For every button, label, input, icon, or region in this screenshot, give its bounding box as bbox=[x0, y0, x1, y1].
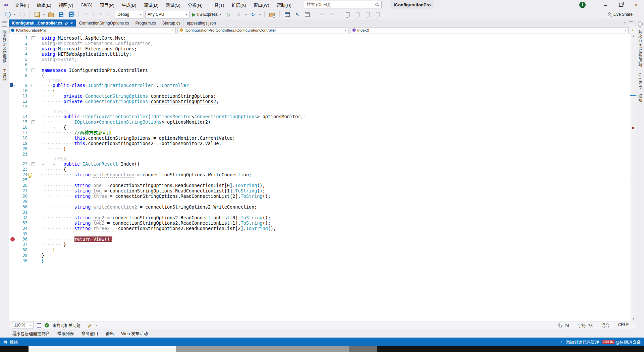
lightbulb-icon[interactable] bbox=[28, 173, 32, 177]
decrease-indent-button[interactable] bbox=[318, 11, 327, 18]
menu-item-4[interactable]: Git(G) bbox=[77, 0, 96, 9]
document-outline-button[interactable] bbox=[303, 11, 312, 18]
close-icon[interactable]: × bbox=[70, 21, 73, 25]
solution-platform-select[interactable]: Any CPU▾ bbox=[145, 11, 190, 18]
code-line[interactable]: 6 bbox=[9, 62, 631, 68]
menu-item-3[interactable]: 视图(V) bbox=[55, 0, 77, 9]
document-tab[interactable]: IConfigurati...Controller.cs× bbox=[9, 19, 76, 27]
code-line[interactable]: 35 bbox=[9, 231, 631, 236]
code-line[interactable]: 7namespace·IConfigurationPro.Controllers bbox=[9, 68, 631, 73]
navigate-back-button[interactable]: ← bbox=[3, 11, 12, 18]
codelens-references[interactable]: 0 个引用 bbox=[9, 109, 631, 114]
breakpoint-icon[interactable] bbox=[10, 237, 15, 241]
search-input[interactable] bbox=[306, 2, 375, 7]
redo-button[interactable]: ↷ bbox=[96, 11, 105, 18]
float-window-icon[interactable] bbox=[629, 21, 633, 25]
menu-item-5[interactable]: 项目(P) bbox=[96, 0, 118, 9]
code-line[interactable]: 9····public·class·IConfigurationControll… bbox=[9, 83, 631, 88]
code-line[interactable]: 38····} bbox=[9, 247, 631, 253]
menu-item-2[interactable]: 编辑(E) bbox=[33, 0, 55, 9]
code-line[interactable]: 33············string·two2·=·connectionSt… bbox=[9, 220, 631, 226]
code-line[interactable]: 13 bbox=[9, 104, 631, 109]
collapse-icon[interactable] bbox=[32, 69, 35, 72]
code-line[interactable]: 31 bbox=[9, 210, 631, 215]
code-line[interactable]: 25 bbox=[9, 177, 631, 183]
new-project-dropdown-icon[interactable]: ▾ bbox=[43, 13, 45, 16]
previous-bookmark-button[interactable] bbox=[353, 11, 362, 18]
code-line[interactable]: 12········private·ConnectionStringOption… bbox=[9, 99, 631, 104]
code-editor[interactable]: 1using·Microsoft.AspNetCore.Mvc;2using·M… bbox=[9, 34, 636, 321]
start-without-debugging-button[interactable]: ▷ bbox=[224, 11, 233, 18]
code-line[interactable]: 34············string·three2·=·connection… bbox=[9, 226, 631, 231]
hot-reload-button[interactable] bbox=[234, 11, 243, 18]
type-dropdown[interactable]: IConfigurationPro.Controllers.IConfigura… bbox=[177, 27, 348, 33]
new-project-button[interactable] bbox=[33, 11, 41, 18]
hot-reload-dropdown-icon[interactable]: ▾ bbox=[245, 13, 247, 16]
member-dropdown[interactable]: Index() ▾ bbox=[350, 27, 629, 33]
collapse-icon[interactable] bbox=[32, 120, 35, 124]
code-line[interactable]: 30············string·writeConnection2·=·… bbox=[9, 204, 631, 210]
undo-dropdown-icon[interactable]: ▾ bbox=[92, 13, 95, 16]
clear-bookmarks-button[interactable] bbox=[373, 11, 382, 18]
right-strip-tab[interactable]: 通知 bbox=[637, 91, 643, 105]
collapse-icon[interactable] bbox=[32, 162, 35, 166]
collapse-icon[interactable] bbox=[32, 36, 35, 40]
left-strip-tab[interactable]: 服务器资源管理器 bbox=[2, 27, 7, 66]
code-line[interactable]: 29 bbox=[9, 199, 631, 204]
undo-button[interactable]: ↶ bbox=[82, 11, 91, 18]
start-debugging-button[interactable]: ▶ IIS Express ▾ bbox=[191, 11, 223, 18]
code-line[interactable]: 10····{ bbox=[9, 88, 631, 93]
document-health-icon[interactable] bbox=[37, 323, 41, 328]
split-add-icon[interactable]: + bbox=[630, 28, 635, 33]
code-line[interactable]: 18············this.connectionStringOptio… bbox=[9, 135, 631, 141]
code-line[interactable]: 3using·Microsoft.Extensions.Options; bbox=[9, 46, 631, 51]
increase-indent-button[interactable] bbox=[328, 11, 337, 18]
code-line[interactable]: 39} bbox=[9, 253, 631, 258]
right-strip-tab[interactable]: 解决方案资源管理器 bbox=[637, 27, 643, 71]
code-line[interactable]: 37········} bbox=[9, 242, 631, 247]
menu-item-10[interactable]: 工具(T) bbox=[206, 0, 228, 9]
collapse-icon[interactable] bbox=[32, 84, 35, 87]
zoom-select[interactable]: 110 % ▾ bbox=[12, 322, 34, 328]
notification-badge[interactable]: 1 bbox=[579, 2, 586, 8]
code-line[interactable]: 23········{ bbox=[9, 167, 631, 172]
menu-item-6[interactable]: 生成(B) bbox=[118, 0, 140, 9]
code-line[interactable]: 8{ bbox=[9, 73, 631, 78]
redo-dropdown-icon[interactable]: ▾ bbox=[106, 13, 109, 16]
menu-item-11[interactable]: 扩展(X) bbox=[228, 0, 250, 9]
code-line[interactable]: 15············IOptions<ConnectionStringO… bbox=[9, 119, 631, 125]
codelens-references[interactable]: 1 个引用 bbox=[9, 78, 631, 83]
pen-icon[interactable] bbox=[88, 324, 92, 328]
project-dropdown[interactable]: IConfigurationPro ▾ bbox=[9, 27, 176, 33]
document-tab[interactable]: appsettings.json bbox=[184, 19, 219, 27]
close-button[interactable]: × bbox=[629, 0, 644, 9]
document-tab[interactable]: Program.cs bbox=[132, 19, 159, 27]
code-line[interactable]: 17············//两种方式都可用 bbox=[9, 130, 631, 135]
live-share-button[interactable]: Live Share bbox=[605, 11, 635, 17]
solution-configuration-select[interactable]: Debug▾ bbox=[115, 11, 144, 18]
code-line[interactable]: 22→ → public·IActionResult·Index() bbox=[9, 161, 631, 167]
code-line[interactable]: 24············string·writeConnection·=·c… bbox=[9, 172, 631, 177]
minimize-button[interactable]: – bbox=[598, 0, 613, 9]
code-line[interactable]: 5using·System; bbox=[9, 57, 631, 62]
pen-dropdown-icon[interactable]: ▾ bbox=[95, 324, 98, 327]
code-line[interactable]: 26············string·one·=·connectionStr… bbox=[9, 183, 631, 188]
code-line[interactable]: 19············this.connectionStringOptio… bbox=[9, 141, 631, 146]
code-line[interactable]: 27············string·two·=·connectionStr… bbox=[9, 188, 631, 193]
code-line[interactable]: 32············string·one2·=·connectionSt… bbox=[9, 215, 631, 220]
code-line[interactable]: 40 bbox=[9, 258, 631, 263]
back-dropdown-icon[interactable]: ▾ bbox=[13, 13, 16, 16]
code-line[interactable]: 2using·Microsoft.Extensions.Configuratio… bbox=[9, 41, 631, 46]
select-element-button[interactable]: ↖ bbox=[293, 11, 302, 18]
add-to-source-control-button[interactable]: 添加到源代码管理 bbox=[566, 339, 599, 345]
code-line[interactable]: 20········} bbox=[9, 146, 631, 151]
menu-item-9[interactable]: 分析(N) bbox=[184, 0, 206, 9]
code-line[interactable]: 16→ → { bbox=[9, 125, 631, 130]
navigate-forward-button[interactable]: → bbox=[17, 11, 26, 18]
document-tab[interactable]: ConnectionStringOptions.cs bbox=[76, 19, 132, 27]
code-line[interactable]: 36············return·View(); bbox=[9, 236, 631, 242]
find-in-files-button[interactable] bbox=[268, 11, 276, 18]
restore-button[interactable] bbox=[613, 0, 629, 9]
scroll-down-icon[interactable]: ▼ bbox=[631, 317, 636, 320]
save-all-button[interactable] bbox=[67, 11, 75, 18]
